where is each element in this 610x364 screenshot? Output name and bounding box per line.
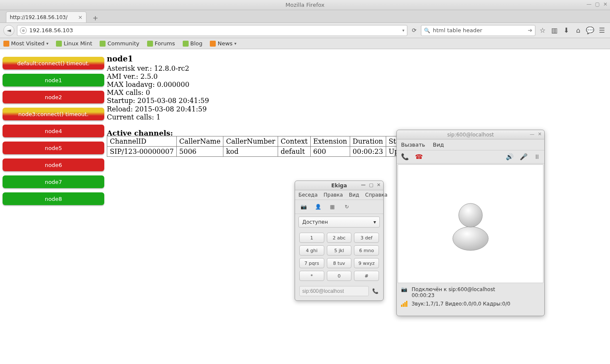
startup-time: Startup: 2015-03-08 20:41:59 [107,97,209,105]
call-titlebar[interactable]: sip:600@localhost — ✕ [397,130,544,139]
contact-icon[interactable]: 👤 [314,203,322,211]
bookmark-icon [56,41,62,47]
search-icon: 🔍 [424,28,430,33]
dialpad-icon[interactable]: ▦ [328,203,337,211]
dial-key[interactable]: 2 abc [327,233,352,243]
bookmark-icon [147,41,153,47]
ekiga-menu-item[interactable]: Правка [323,192,343,198]
home-icon[interactable]: ⌂ [574,26,583,34]
node-button[interactable]: node1 [3,74,104,86]
dial-key[interactable]: # [354,271,379,281]
svg-point-0 [453,227,488,250]
bookmark-label: Forums [155,40,175,47]
call-menu-item[interactable]: Вид [433,142,444,148]
dial-key[interactable]: 4 ghi [299,245,324,256]
library-icon[interactable]: ▥ [550,26,559,34]
current-calls: Current calls: 1 [107,113,209,121]
call-toolbar: 📞 ☎ 🔊 🎤 ⏸ [397,150,544,164]
bookmark-icon [210,41,216,47]
speaker-icon[interactable]: 🔊 [506,153,514,161]
chevron-down-icon: ▾ [46,41,48,46]
menu-icon[interactable]: ☰ [597,26,607,34]
table-header-row: ChannelIDCallerNameCallerNumberContextEx… [107,136,410,147]
bookmark-item[interactable]: Linux Mint [56,40,92,47]
window-controls: — ▢ ✕ [587,1,607,7]
window-title: Mozilla Firefox [286,2,325,8]
mic-icon[interactable]: 🎤 [520,153,528,161]
ekiga-maximize-button[interactable]: ▢ [369,182,373,188]
call-icon[interactable]: 📞 [371,286,379,296]
ekiga-menu-item[interactable]: Справка [365,192,387,198]
call-stats: Звук:1,7/1,7 Видео:0,0/0,0 Кадры:0/0 [397,299,544,310]
tab-close-icon[interactable]: × [78,14,83,20]
node-button[interactable]: default:connect() timeout. [3,57,104,69]
camera-icon[interactable]: 📷 [299,203,308,211]
ekiga-window[interactable]: Ekiga — ▢ ✕ БеседаПравкаВидСправка 📷 👤 ▦… [295,181,384,301]
dial-key[interactable]: 1 [299,233,324,243]
answer-icon[interactable]: 📞 [401,153,409,161]
pause-icon[interactable]: ⏸ [534,153,540,161]
avatar-icon [447,196,494,251]
ekiga-title-text: Ekiga [331,183,347,189]
max-loadavg: MAX loadavg: 0.000000 [107,81,209,89]
ekiga-minimize-button[interactable]: — [361,182,365,188]
call-close-button[interactable]: ✕ [538,131,542,137]
bookmark-item[interactable]: Community [100,40,139,47]
url-bar[interactable]: ⊕ 192.168.56.103 ▾ [17,25,407,36]
back-button[interactable]: ◄ [3,25,14,36]
dial-key[interactable]: 8 tuv [327,258,352,268]
bookmark-label: Linux Mint [64,40,92,47]
bookmark-item[interactable]: Forums [147,40,175,47]
dial-key[interactable]: 6 mno [354,245,379,256]
new-tab-button[interactable]: + [90,13,101,22]
ekiga-titlebar[interactable]: Ekiga — ▢ ✕ [295,181,383,190]
bookmark-icon [3,41,9,47]
table-row: SIP/123-000000075006koddefault60000:00:2… [107,147,410,157]
call-duration: 00:00:23 [412,292,495,298]
ekiga-menu-item[interactable]: Беседа [298,192,318,198]
bookmark-item[interactable]: Blog [183,40,203,47]
hangup-icon[interactable]: ☎ [415,153,423,161]
node-button[interactable]: node7 [3,175,104,188]
ekiga-menu-item[interactable]: Вид [349,192,359,198]
presence-dropdown[interactable]: Доступен ▾ [298,217,380,228]
dial-key[interactable]: 5 jkl [327,245,352,256]
bookmark-item[interactable]: Most Visited▾ [3,40,48,47]
dial-key[interactable]: 7 pqrs [299,258,324,268]
chat-icon[interactable]: 💬 [585,26,595,34]
sip-address-input[interactable] [299,286,369,296]
dial-key[interactable]: 3 def [354,233,379,243]
node-button[interactable]: node4 [3,125,104,137]
node-button[interactable]: node8 [3,192,104,205]
browser-tab[interactable]: http://192.168.56.103/ × [6,11,86,22]
bookmark-item[interactable]: News▾ [210,40,236,47]
navigation-toolbar: ◄ ⊕ 192.168.56.103 ▾ ⟳ 🔍 html table head… [0,23,610,38]
reload-button[interactable]: ⟳ [410,27,418,33]
window-close-button[interactable]: ✕ [603,1,607,7]
node-button[interactable]: node2 [3,91,104,103]
url-dropdown-icon[interactable]: ▾ [402,28,404,33]
call-minimize-button[interactable]: — [530,131,535,137]
call-video-area [398,164,543,283]
search-go-icon[interactable]: ➔ [528,27,532,33]
window-minimize-button[interactable]: — [587,1,592,7]
call-menu-item[interactable]: Вызвать [401,142,425,148]
node-button[interactable]: node6 [3,158,104,171]
dial-key[interactable]: * [299,271,324,281]
max-calls: MAX calls: 0 [107,89,209,97]
node-button[interactable]: node3:connect() timeout. [3,108,104,120]
history-icon[interactable]: ↻ [343,203,351,211]
node-button[interactable]: node5 [3,142,104,154]
reload-time: Reload: 2015-03-08 20:41:59 [107,105,209,113]
dial-key[interactable]: 0 [327,271,352,281]
window-maximize-button[interactable]: ▢ [595,1,600,7]
bookmark-label: News [217,40,232,47]
dial-key[interactable]: 9 wxyz [354,258,379,268]
call-window[interactable]: sip:600@localhost — ✕ ВызватьВид 📞 ☎ 🔊 🎤… [396,130,545,316]
bookmark-icon [100,41,106,47]
bookmark-star-icon[interactable]: ☆ [538,26,547,34]
search-bar[interactable]: 🔍 html table header ➔ [421,25,535,36]
ekiga-close-button[interactable]: ✕ [377,182,381,188]
downloads-icon[interactable]: ⬇ [562,26,571,34]
ami-version: AMI ver.: 2.5.0 [107,72,209,81]
